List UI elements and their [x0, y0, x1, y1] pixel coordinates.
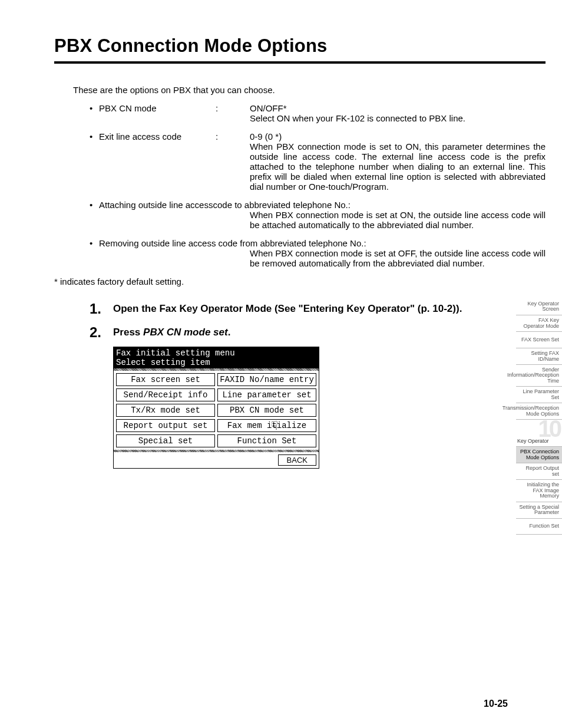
screen-header-line: Fax initial setting menu	[116, 348, 316, 358]
side-tab[interactable]: Initializing the FAX Image Memory	[516, 479, 562, 501]
option-label: Attaching outside line accesscode to abb…	[99, 200, 546, 210]
screen-button-label: Function Set	[237, 436, 297, 446]
intro-text: These are the options on PBX that you ca…	[73, 85, 546, 95]
screen-header: Fax initial setting menu Select setting …	[114, 347, 319, 368]
step-suffix: .	[228, 327, 231, 338]
side-tab[interactable]: FAX Key Operator Mode	[516, 315, 562, 331]
option-label: Removing outside line access code from a…	[99, 238, 546, 248]
side-tab[interactable]: Sender Information/Reception Time	[516, 364, 562, 386]
option-desc: When PBX connection mode is set at OFF, …	[250, 248, 546, 268]
step-1: Open the Fax Key Operator Mode (See "Ent…	[90, 303, 546, 315]
option-label: Exit line access code	[99, 131, 216, 192]
option-item: Exit line access code : 0-9 (0 *) When P…	[90, 131, 546, 192]
step-prefix: Press	[113, 327, 143, 338]
side-tab[interactable]: Line Parameter Set	[516, 386, 562, 403]
screen-header-line: Select setting item	[116, 358, 316, 367]
step-text: Open the Fax Key Operator Mode (See "Ent…	[113, 303, 462, 314]
screen-button-line-parameter-set[interactable]: Line parameter set	[217, 388, 316, 401]
screen-button-function-set[interactable]: Function Set	[217, 434, 316, 447]
option-value: 0-9 (0 *)	[250, 131, 546, 141]
step-em: PBX CN mode set	[143, 327, 228, 338]
screen-button-txrx-mode-set[interactable]: Tx/Rx mode set	[116, 404, 215, 417]
step-text: Press PBX CN mode set.	[113, 327, 230, 338]
screen-button-fax-mem-initialize[interactable]: Fax mem itialize ☟	[217, 419, 316, 432]
option-desc: When PBX connection mode is set at ON, t…	[250, 210, 546, 230]
option-label: PBX CN mode	[99, 103, 216, 123]
option-desc: Select ON when your FK-102 is connected …	[250, 113, 546, 123]
chapter-number: 10	[538, 416, 560, 441]
footnote: * indicates factory default setting.	[54, 276, 546, 286]
screen-button-fax-screen-set[interactable]: Fax screen set	[116, 373, 215, 386]
screen-button-special-set[interactable]: Special set	[116, 434, 215, 447]
screen-back-button[interactable]: BACK	[278, 454, 316, 466]
side-tab-active[interactable]: PBX Connection Mode Options	[516, 446, 562, 463]
option-desc: When PBX connection mode is set to ON, t…	[250, 141, 546, 192]
page-number: 10-25	[484, 699, 508, 709]
option-item: Removing outside line access code from a…	[90, 238, 546, 268]
device-screen: Fax initial setting menu Select setting …	[113, 347, 319, 469]
side-tab[interactable]: FAX Screen Set	[516, 331, 562, 348]
option-colon: :	[216, 131, 250, 192]
side-tab[interactable]: Key Operator Screen	[516, 298, 562, 315]
side-tab-chapter[interactable]: 10 Key Operator	[516, 419, 562, 446]
screen-button-send-receipt-info[interactable]: Send/Receipt info	[116, 388, 215, 401]
screen-button-report-output-set[interactable]: Report output set	[116, 419, 215, 432]
screen-button-faxid-entry[interactable]: FAXID No/name entry	[217, 373, 316, 386]
screen-button-pbx-cn-mode-set[interactable]: PBX CN mode set	[217, 404, 316, 417]
side-tab[interactable]: Setting FAX ID/Name	[516, 348, 562, 364]
page-title: PBX Connection Mode Options	[54, 35, 546, 57]
title-rule	[54, 61, 546, 64]
side-tab[interactable]: Setting a Special Parameter	[516, 502, 562, 518]
option-item: PBX CN mode : ON/OFF* Select ON when you…	[90, 103, 546, 123]
option-colon: :	[216, 103, 250, 123]
option-item: Attaching outside line accesscode to abb…	[90, 200, 546, 230]
side-tabs: Key Operator Screen FAX Key Operator Mod…	[516, 298, 562, 535]
side-tab[interactable]: Function Set	[516, 518, 562, 535]
option-value: ON/OFF*	[250, 103, 546, 113]
side-tab[interactable]: Report Output set	[516, 463, 562, 479]
chapter-label: Key Operator	[517, 439, 549, 444]
screen-button-label: Fax mem itialize	[227, 421, 306, 430]
step-2: Press PBX CN mode set. Fax initial setti…	[90, 327, 546, 469]
